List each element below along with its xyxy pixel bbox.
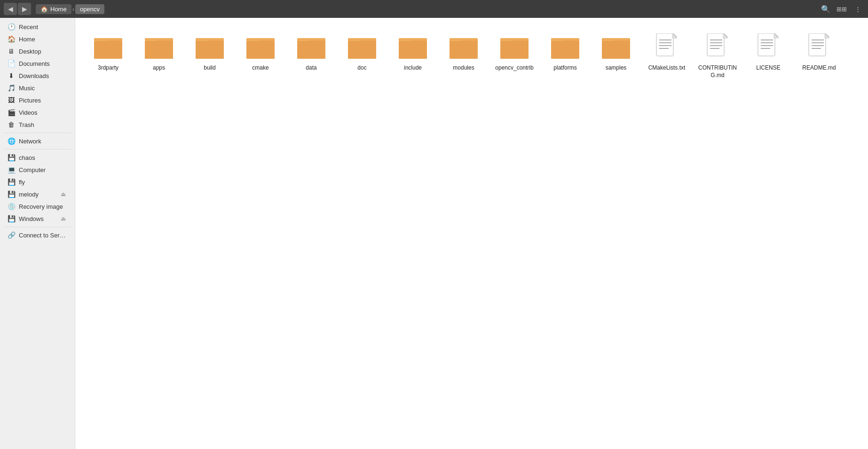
sidebar-devices-section: 💾 chaos 💻 Computer 💾 fly 💾 melody ⏏ 💿 Re… [0, 151, 75, 225]
windows-icon: 💾 [8, 215, 15, 222]
file-item-data[interactable]: data [288, 27, 335, 83]
sidebar-desktop-label: Desktop [19, 48, 67, 55]
file-item-license[interactable]: LICENSE [745, 27, 792, 83]
sidebar-network-section: 🌐 Network [0, 135, 75, 147]
sidebar-item-melody[interactable]: 💾 melody ⏏ [2, 188, 73, 200]
sidebar-item-chaos[interactable]: 💾 chaos [2, 151, 73, 164]
file-icon [804, 32, 834, 62]
nav-buttons: ◀ ▶ [4, 3, 31, 15]
file-name: modules [453, 64, 474, 72]
desktop-icon: 🖥 [8, 47, 15, 55]
sidebar-item-fly[interactable]: 💾 fly [2, 176, 73, 188]
view-toggle-button[interactable]: ⊞⊞ [835, 3, 848, 15]
file-item-apps[interactable]: apps [135, 27, 182, 83]
music-icon: 🎵 [8, 84, 15, 92]
sidebar: 🕐 Recent 🏠 Home 🖥 Desktop 📄 Documents ⬇ … [0, 18, 75, 449]
breadcrumb-home[interactable]: 🏠 Home [36, 4, 71, 14]
documents-icon: 📄 [8, 60, 15, 67]
folder-icon [245, 32, 276, 62]
sidebar-item-home[interactable]: 🏠 Home [2, 33, 73, 45]
titlebar-actions: 🔍 ⊞⊞ ⋮ [819, 3, 864, 15]
breadcrumb-opencv[interactable]: opencv [75, 4, 104, 14]
svg-rect-27 [399, 41, 427, 59]
file-item-contributing[interactable]: CONTRIBUTING.md [694, 27, 741, 83]
recovery-icon: 💿 [8, 203, 15, 210]
computer-icon: 💻 [8, 166, 15, 173]
folder-icon [601, 32, 631, 62]
file-item-cmake[interactable]: cmake [237, 27, 284, 83]
melody-eject-button[interactable]: ⏏ [59, 190, 67, 198]
back-button[interactable]: ◀ [4, 3, 17, 15]
svg-rect-43 [602, 41, 630, 59]
svg-rect-7 [145, 41, 173, 59]
sidebar-melody-label: melody [19, 191, 55, 198]
sidebar-trash-label: Trash [19, 121, 67, 128]
folder-icon [296, 32, 326, 62]
svg-rect-19 [297, 41, 325, 59]
sidebar-item-desktop[interactable]: 🖥 Desktop [2, 45, 73, 57]
file-item-doc[interactable]: doc [339, 27, 386, 83]
grid-icon: ⊞⊞ [836, 6, 847, 13]
sidebar-downloads-label: Downloads [19, 72, 67, 79]
file-item-modules[interactable]: modules [440, 27, 487, 83]
breadcrumb-home-label: Home [50, 6, 67, 13]
sidebar-fly-label: fly [19, 179, 67, 186]
sidebar-network-label: Network [19, 138, 67, 145]
sidebar-chaos-label: chaos [19, 154, 67, 161]
svg-rect-31 [450, 41, 478, 59]
svg-marker-75 [825, 33, 829, 38]
file-item-readme[interactable]: README.md [796, 27, 843, 83]
main-layout: 🕐 Recent 🏠 Home 🖥 Desktop 📄 Documents ⬇ … [0, 18, 868, 449]
pictures-icon: 🖼 [8, 96, 15, 104]
folder-icon [347, 32, 377, 62]
file-item-include[interactable]: include [389, 27, 436, 83]
file-item-3rdparty[interactable]: 3rdparty [85, 27, 132, 83]
search-button[interactable]: 🔍 [819, 3, 832, 15]
sidebar-home-label: Home [19, 36, 67, 43]
sidebar-recent-label: Recent [19, 24, 67, 31]
forward-button[interactable]: ▶ [18, 3, 31, 15]
breadcrumb: 🏠 Home › opencv [36, 4, 104, 14]
breadcrumb-sep: › [71, 6, 75, 13]
recent-icon: 🕐 [8, 23, 15, 31]
sidebar-item-network[interactable]: 🌐 Network [2, 135, 73, 147]
sidebar-item-pictures[interactable]: 🖼 Pictures [2, 94, 73, 106]
file-item-build[interactable]: build [186, 27, 233, 83]
sidebar-item-videos[interactable]: 🎬 Videos [2, 106, 73, 118]
svg-rect-11 [196, 41, 224, 59]
sidebar-item-music[interactable]: 🎵 Music [2, 82, 73, 94]
sidebar-divider-2 [4, 149, 71, 150]
windows-eject-button[interactable]: ⏏ [59, 215, 67, 222]
file-item-platforms[interactable]: platforms [542, 27, 589, 83]
folder-icon [195, 32, 225, 62]
folder-icon [144, 32, 174, 62]
connect-server-icon: 🔗 [8, 231, 15, 239]
file-name: doc [357, 64, 366, 72]
sidebar-item-downloads[interactable]: ⬇ Downloads [2, 70, 73, 82]
file-grid: 3rdparty apps build [85, 27, 859, 83]
svg-rect-15 [246, 41, 275, 59]
sidebar-recovery-label: Recovery image [19, 203, 67, 210]
file-item-opencv_contrib[interactable]: opencv_contrib [491, 27, 538, 83]
file-item-cmakelists[interactable]: CMakeLists.txt [643, 27, 690, 83]
downloads-icon: ⬇ [8, 72, 15, 79]
file-name: README.md [802, 64, 836, 72]
svg-rect-39 [551, 41, 579, 59]
sidebar-item-computer[interactable]: 💻 Computer [2, 164, 73, 176]
file-name: build [204, 64, 215, 72]
sidebar-item-recent[interactable]: 🕐 Recent [2, 21, 73, 33]
file-name: data [306, 64, 316, 72]
svg-marker-67 [774, 33, 779, 38]
menu-button[interactable]: ⋮ [851, 3, 864, 15]
sidebar-item-connect-to-server[interactable]: 🔗 Connect to Server [2, 229, 73, 241]
home-sidebar-icon: 🏠 [8, 35, 15, 43]
sidebar-item-recovery-image[interactable]: 💿 Recovery image [2, 200, 73, 213]
file-item-samples[interactable]: samples [592, 27, 639, 83]
folder-icon [93, 32, 123, 62]
file-name: apps [153, 64, 165, 72]
svg-rect-60 [758, 33, 775, 56]
sidebar-item-windows[interactable]: 💾 Windows ⏏ [2, 213, 73, 225]
sidebar-item-documents[interactable]: 📄 Documents [2, 57, 73, 70]
svg-rect-35 [500, 41, 529, 59]
sidebar-item-trash[interactable]: 🗑 Trash [2, 118, 73, 131]
